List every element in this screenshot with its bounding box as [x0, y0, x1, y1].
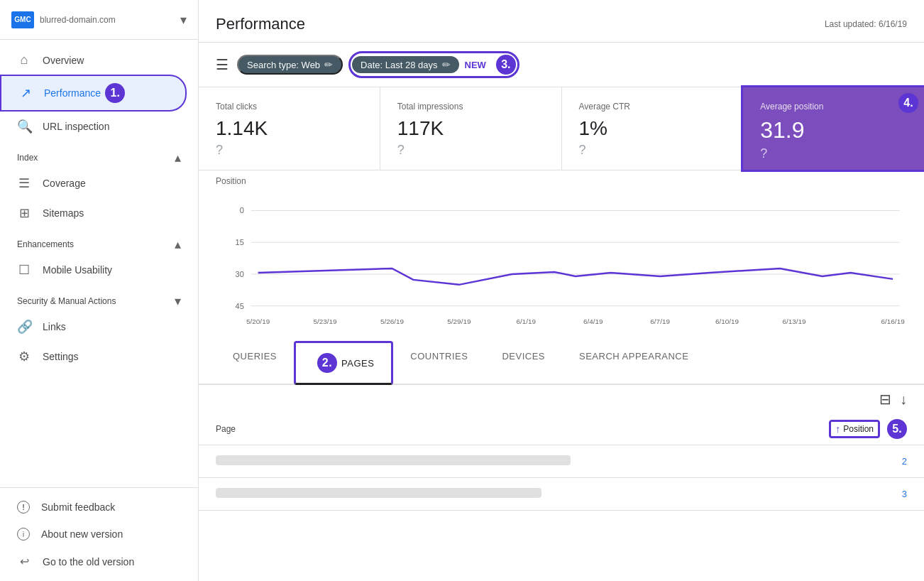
- sidebar: GMC blurred-domain.com ▾ ⌂ Overview ↗ Pe…: [0, 0, 199, 581]
- section-index[interactable]: Index ▴: [0, 141, 198, 168]
- coverage-icon: ☰: [17, 175, 31, 191]
- chart-area: Position 0 15 30 45 5/20/19 5/23/19 5/26…: [199, 170, 924, 341]
- stat-average-ctr[interactable]: Average CTR 1% ?: [562, 87, 744, 170]
- row-url-1: [216, 455, 808, 467]
- table-row-2[interactable]: 3: [199, 478, 924, 511]
- sidebar-item-submit-feedback[interactable]: ! Submit feedback: [0, 494, 198, 521]
- average-ctr-value: 1%: [579, 117, 726, 140]
- col-position-label: Position: [843, 424, 874, 434]
- annotation-5: 5.: [887, 419, 907, 439]
- tab-pages[interactable]: 2. PAGES: [294, 341, 393, 385]
- edit-icon: ✏: [324, 59, 333, 70]
- table-row[interactable]: 2: [199, 445, 924, 478]
- svg-text:6/4/19: 6/4/19: [583, 317, 603, 325]
- svg-text:5/29/19: 5/29/19: [447, 317, 471, 325]
- row-position-2: 3: [808, 489, 907, 499]
- filter-table-icon[interactable]: ⊟: [879, 391, 891, 408]
- new-badge[interactable]: NEW: [459, 57, 492, 73]
- sidebar-item-performance[interactable]: ↗ Performance 1.: [0, 75, 187, 112]
- about-new-version-label: About new version: [41, 528, 123, 540]
- section-enhancements-label: Enhancements: [17, 239, 74, 249]
- sidebar-item-performance-label: Performance: [44, 87, 101, 99]
- tab-devices[interactable]: DEVICES: [485, 341, 562, 385]
- info-icon: i: [17, 528, 30, 541]
- col-page-header: Page: [216, 424, 808, 434]
- chevron-up-icon: ▴: [175, 150, 181, 165]
- search-type-label: Search type: Web: [247, 60, 320, 70]
- download-icon[interactable]: ↓: [900, 391, 907, 408]
- feedback-icon: !: [17, 501, 30, 514]
- section-enhancements[interactable]: Enhancements ▴: [0, 228, 198, 255]
- tab-queries[interactable]: QUERIES: [216, 341, 294, 385]
- date-new-group: Date: Last 28 days ✏ NEW 3.: [348, 51, 519, 78]
- svg-text:0: 0: [240, 206, 244, 215]
- sidebar-item-mobile-usability[interactable]: ☐ Mobile Usability: [0, 255, 187, 285]
- tab-countries[interactable]: COUNTRIES: [393, 341, 485, 385]
- svg-text:6/7/19: 6/7/19: [650, 317, 670, 325]
- chevron-down-icon-2: ▾: [175, 293, 181, 309]
- sidebar-logo: GMC blurred-domain.com ▾: [0, 0, 198, 40]
- toolbar: ☰ Search type: Web ✏ Date: Last 28 days …: [199, 43, 924, 87]
- svg-text:45: 45: [236, 302, 244, 310]
- sitemaps-icon: ⊞: [17, 205, 31, 221]
- sidebar-item-settings[interactable]: ⚙ Settings: [0, 342, 187, 371]
- search-type-chip[interactable]: Search type: Web ✏: [237, 55, 343, 75]
- svg-text:30: 30: [236, 270, 244, 278]
- sidebar-item-settings-label: Settings: [43, 351, 79, 362]
- tab-search-appearance[interactable]: SEARCH APPEARANCE: [562, 341, 705, 385]
- last-updated: Last updated: 6/16/19: [825, 19, 907, 29]
- sidebar-item-url-label: URL inspection: [43, 121, 109, 132]
- blurred-url-2: [216, 488, 541, 498]
- sidebar-item-sitemaps-label: Sitemaps: [43, 207, 84, 219]
- filter-icon[interactable]: ☰: [216, 56, 229, 73]
- chart-svg: 0 15 30 45 5/20/19 5/23/19 5/26/19 5/29/…: [216, 196, 907, 338]
- sidebar-bottom: ! Submit feedback i About new version ↩ …: [0, 487, 198, 581]
- performance-icon: ↗: [18, 85, 33, 101]
- sidebar-item-url-inspection[interactable]: 🔍 URL inspection: [0, 112, 187, 141]
- sidebar-item-sitemaps[interactable]: ⊞ Sitemaps: [0, 198, 187, 228]
- svg-text:5/26/19: 5/26/19: [380, 317, 405, 325]
- page-title: Performance: [216, 15, 305, 33]
- average-position-info: ?: [760, 146, 907, 161]
- go-to-old-version-label: Go to the old version: [43, 556, 134, 568]
- stat-total-impressions[interactable]: Total impressions 117K ?: [380, 87, 562, 170]
- date-chip[interactable]: Date: Last 28 days ✏: [352, 56, 458, 73]
- logo-domain: blurred-domain.com: [40, 15, 180, 25]
- total-clicks-info: ?: [216, 143, 363, 158]
- sidebar-item-go-to-old-version[interactable]: ↩ Go to the old version: [0, 548, 198, 575]
- sidebar-item-mobile-label: Mobile Usability: [43, 264, 112, 276]
- total-clicks-label: Total clicks: [216, 102, 363, 112]
- average-position-value: 31.9: [760, 117, 907, 143]
- annotation-4: 4.: [898, 93, 918, 113]
- svg-text:6/10/19: 6/10/19: [715, 317, 739, 325]
- logo-short: GMC: [14, 16, 31, 23]
- row-position-1: 2: [808, 456, 907, 467]
- chevron-down-icon[interactable]: ▾: [180, 12, 187, 28]
- stats-row: Total clicks 1.14K ? Total impressions 1…: [199, 87, 924, 170]
- old-version-icon: ↩: [17, 555, 31, 568]
- tab-pages-label: PAGES: [341, 358, 374, 369]
- sidebar-item-links[interactable]: 🔗 Links: [0, 312, 187, 342]
- row-url-2: [216, 488, 808, 500]
- position-sort-box[interactable]: ↑ Position: [829, 420, 880, 438]
- sidebar-nav: ⌂ Overview ↗ Performance 1. 🔍 URL inspec…: [0, 40, 198, 487]
- svg-text:6/1/19: 6/1/19: [517, 317, 537, 325]
- sidebar-item-links-label: Links: [43, 321, 66, 332]
- section-security[interactable]: Security & Manual Actions ▾: [0, 285, 198, 312]
- sidebar-item-about-new-version[interactable]: i About new version: [0, 521, 198, 548]
- col-position-header[interactable]: ↑ Position 5.: [808, 419, 907, 439]
- logo-box: GMC: [11, 11, 34, 28]
- sidebar-item-overview-label: Overview: [43, 55, 84, 66]
- svg-text:6/16/19: 6/16/19: [881, 317, 906, 325]
- stat-total-clicks[interactable]: Total clicks 1.14K ?: [199, 87, 380, 170]
- main-content: Performance Last updated: 6/16/19 ☰ Sear…: [199, 0, 924, 581]
- sidebar-item-overview[interactable]: ⌂ Overview: [0, 45, 187, 75]
- blurred-url-1: [216, 455, 571, 465]
- average-ctr-info: ?: [579, 143, 726, 158]
- svg-text:15: 15: [236, 238, 244, 246]
- stat-average-position[interactable]: Average position 31.9 ? 4.: [741, 85, 924, 172]
- tabs-row: QUERIES 2. PAGES COUNTRIES DEVICES SEARC…: [199, 341, 924, 385]
- sidebar-item-coverage[interactable]: ☰ Coverage: [0, 168, 187, 198]
- table-header: Page ↑ Position 5.: [199, 413, 924, 445]
- average-ctr-label: Average CTR: [579, 102, 726, 112]
